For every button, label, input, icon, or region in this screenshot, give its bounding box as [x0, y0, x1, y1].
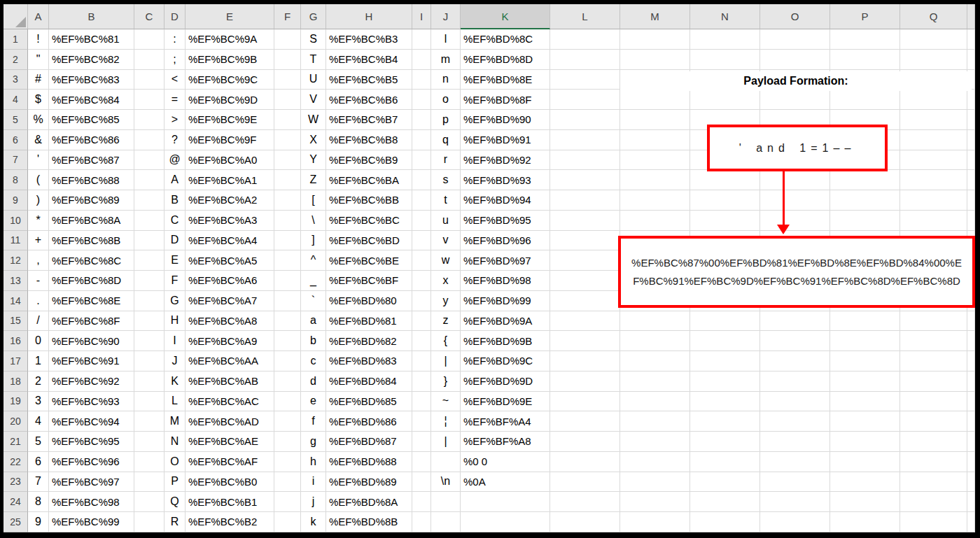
cell-I22[interactable] [412, 452, 431, 472]
cell-Q21[interactable] [900, 432, 967, 452]
cell-E3[interactable]: %EF%BC%9C [186, 70, 274, 90]
cell-M18[interactable] [620, 371, 690, 392]
cell-D24[interactable]: Q [164, 492, 186, 512]
cell-L11[interactable] [550, 231, 620, 251]
cell-E4[interactable]: %EF%BC%9D [186, 90, 274, 110]
cell-G7[interactable]: Y [301, 150, 326, 171]
cell-M2[interactable] [620, 50, 690, 70]
cell-I19[interactable] [412, 392, 431, 412]
cell-O10[interactable] [760, 211, 830, 231]
cell-L23[interactable] [550, 472, 620, 493]
cell-L4[interactable] [550, 90, 620, 110]
cell-P20[interactable] [830, 411, 900, 432]
cell-M6[interactable] [620, 130, 690, 150]
cell-E14[interactable]: %EF%BC%A7 [186, 291, 274, 311]
cell-O8[interactable] [760, 170, 830, 190]
cell-B22[interactable]: %EF%BC%96 [49, 452, 134, 472]
cell-N17[interactable] [690, 351, 760, 371]
cell-E19[interactable]: %EF%BC%AC [186, 392, 274, 412]
cell-Q7[interactable] [900, 150, 967, 171]
cell-Q19[interactable] [900, 392, 967, 412]
cell-K5[interactable]: %EF%BD%90 [461, 110, 550, 130]
column-header-I[interactable]: I [412, 4, 431, 29]
column-header-J[interactable]: J [431, 4, 461, 29]
cell-Q9[interactable] [900, 190, 967, 211]
cell-N18[interactable] [690, 371, 760, 392]
cell-B23[interactable]: %EF%BC%97 [49, 472, 134, 493]
cell-A14[interactable]: . [28, 291, 49, 311]
cell-A3[interactable]: # [28, 70, 49, 90]
cell-P15[interactable] [830, 311, 900, 332]
column-header-G[interactable]: G [301, 4, 326, 29]
cell-F2[interactable] [274, 50, 301, 70]
cell-O1[interactable] [760, 29, 830, 50]
cell-F19[interactable] [274, 392, 301, 412]
cell-F23[interactable] [274, 472, 301, 493]
cell-F22[interactable] [274, 452, 301, 472]
cell-E11[interactable]: %EF%BC%A4 [186, 231, 274, 251]
cell-M15[interactable] [620, 311, 690, 332]
cell-G9[interactable]: [ [301, 190, 326, 211]
cell-J18[interactable]: } [431, 371, 461, 392]
cell-I21[interactable] [412, 432, 431, 452]
cell-H20[interactable]: %EF%BD%86 [326, 411, 412, 432]
cell-D17[interactable]: J [164, 351, 186, 371]
cell-L22[interactable] [550, 452, 620, 472]
cell-H25[interactable]: %EF%BD%8B [326, 512, 412, 532]
cell-K12[interactable]: %EF%BD%97 [461, 250, 550, 271]
cell-K11[interactable]: %EF%BD%96 [461, 231, 550, 251]
cell-C5[interactable] [134, 110, 164, 130]
row-header-23[interactable]: 23 [4, 472, 28, 493]
row-header-17[interactable]: 17 [4, 351, 28, 371]
cell-N19[interactable] [690, 392, 760, 412]
cell-J21[interactable]: | [431, 432, 461, 452]
cell-F5[interactable] [274, 110, 301, 130]
cell-D7[interactable]: @ [164, 150, 186, 171]
cell-G17[interactable]: c [301, 351, 326, 371]
cell-B12[interactable]: %EF%BC%8C [49, 250, 134, 271]
cell-x16[interactable] [967, 331, 975, 351]
cell-B2[interactable]: %EF%BC%82 [49, 50, 134, 70]
cell-L7[interactable] [550, 150, 620, 171]
row-header-25[interactable]: 25 [4, 512, 28, 532]
cell-I14[interactable] [412, 291, 431, 311]
cell-L14[interactable] [550, 291, 620, 311]
cell-P24[interactable] [830, 492, 900, 512]
cell-C17[interactable] [134, 351, 164, 371]
cell-F14[interactable] [274, 291, 301, 311]
cell-D19[interactable]: L [164, 392, 186, 412]
cell-A5[interactable]: % [28, 110, 49, 130]
column-header-C[interactable]: C [134, 4, 164, 29]
cell-J22[interactable] [431, 452, 461, 472]
cell-H13[interactable]: %EF%BC%BF [326, 271, 412, 291]
cell-C14[interactable] [134, 291, 164, 311]
cell-O18[interactable] [760, 371, 830, 392]
cell-G16[interactable]: b [301, 331, 326, 351]
cell-D20[interactable]: M [164, 411, 186, 432]
cell-H10[interactable]: %EF%BC%BC [326, 211, 412, 231]
cell-K21[interactable]: %EF%BF%A8 [461, 432, 550, 452]
cell-F3[interactable] [274, 70, 301, 90]
cell-D13[interactable]: F [164, 271, 186, 291]
cell-M19[interactable] [620, 392, 690, 412]
cell-x24[interactable] [967, 492, 975, 512]
cell-O17[interactable] [760, 351, 830, 371]
cell-C15[interactable] [134, 311, 164, 332]
cell-B11[interactable]: %EF%BC%8B [49, 231, 134, 251]
cell-H19[interactable]: %EF%BD%85 [326, 392, 412, 412]
cell-C21[interactable] [134, 432, 164, 452]
cell-G13[interactable]: _ [301, 271, 326, 291]
column-header-H[interactable]: H [326, 4, 412, 29]
cell-A18[interactable]: 2 [28, 371, 49, 392]
column-header-E[interactable]: E [186, 4, 274, 29]
cell-N2[interactable] [690, 50, 760, 70]
cell-N15[interactable] [690, 311, 760, 332]
cell-B8[interactable]: %EF%BC%88 [49, 170, 134, 190]
cell-J10[interactable]: u [431, 211, 461, 231]
cell-H23[interactable]: %EF%BD%89 [326, 472, 412, 493]
cell-Q25[interactable] [900, 512, 967, 532]
cell-A13[interactable]: - [28, 271, 49, 291]
cell-H22[interactable]: %EF%BD%88 [326, 452, 412, 472]
cell-F4[interactable] [274, 90, 301, 110]
row-header-2[interactable]: 2 [4, 50, 28, 70]
